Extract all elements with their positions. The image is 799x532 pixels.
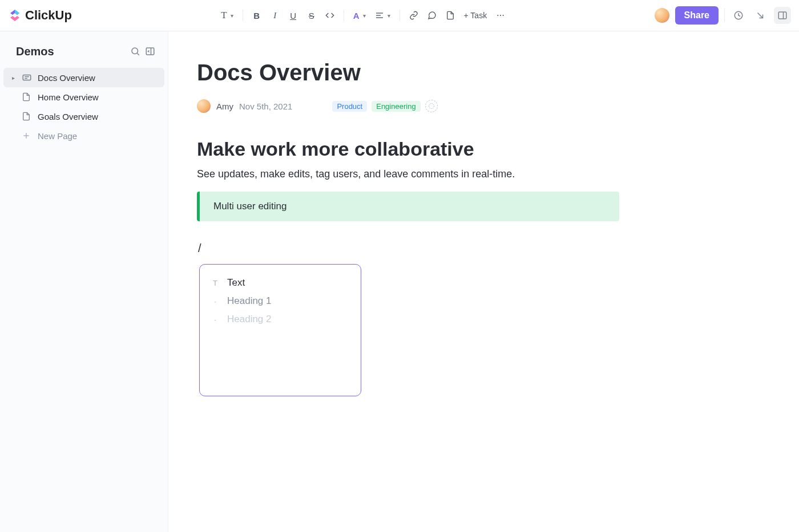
sidebar-item-home-overview[interactable]: Home Overview	[3, 87, 164, 107]
text-color-button[interactable]: A ▾	[350, 7, 369, 23]
toggle-sidebar-button[interactable]	[774, 7, 791, 24]
add-task-button[interactable]: + Task	[461, 7, 491, 23]
clock-icon	[733, 10, 744, 21]
download-icon	[755, 10, 765, 21]
doc-heading[interactable]: Make work more collaborative	[197, 138, 619, 160]
sidebar: Demos ▸ Docs Overview	[0, 31, 168, 532]
plus-icon	[22, 131, 32, 141]
svg-rect-14	[23, 75, 31, 80]
topbar-separator	[724, 9, 725, 22]
collapse-panel-icon	[145, 46, 155, 56]
doc-landscape-icon	[22, 72, 32, 83]
history-button[interactable]	[731, 7, 746, 23]
doc-paragraph[interactable]: See updates, make edits, tag users, and …	[197, 168, 619, 180]
document-main: Docs Overview Amy Nov 5th, 2021 Product …	[168, 31, 799, 532]
sidebar-search-button[interactable]	[128, 44, 143, 59]
bold-button[interactable]: B	[249, 7, 265, 23]
toolbar-separator	[400, 10, 400, 21]
underline-button[interactable]: U	[285, 7, 301, 23]
svg-point-10	[132, 48, 138, 54]
search-icon	[130, 46, 140, 56]
chevron-down-icon: ▾	[363, 13, 366, 19]
slash-menu-label: Heading 2	[227, 314, 272, 325]
brand-name: ClickUp	[25, 8, 72, 23]
svg-point-4	[500, 15, 501, 16]
document-date: Nov 5th, 2021	[239, 101, 292, 111]
document-byline: Amy Nov 5th, 2021 Product Engineering	[197, 99, 619, 113]
chevron-down-icon: ▾	[388, 13, 390, 19]
toolbar-separator	[243, 10, 243, 21]
sidebar-title: Demos	[16, 45, 128, 58]
presence-avatar[interactable]	[655, 8, 669, 23]
svg-line-7	[758, 13, 763, 18]
slash-menu-label: Text	[227, 277, 245, 289]
logo[interactable]: ClickUp	[8, 8, 72, 23]
author-avatar[interactable]	[197, 99, 211, 113]
more-icon	[496, 11, 505, 20]
sidebar-item-label: New Page	[38, 131, 77, 141]
text-type-icon: T	[211, 279, 219, 287]
clickup-logo-icon	[8, 9, 22, 22]
formatting-toolbar: T ▾ B I U S A ▾ ▾	[72, 7, 655, 23]
slash-menu-item-heading-1[interactable]: · Heading 1	[207, 292, 354, 310]
more-button[interactable]	[493, 7, 509, 23]
tag-product[interactable]: Product	[332, 101, 367, 112]
strikethrough-button[interactable]: S	[304, 7, 320, 23]
tag-plus-icon	[428, 103, 435, 109]
link-icon	[409, 11, 418, 20]
topbar: ClickUp T ▾ B I U S A ▾ ▾	[0, 0, 799, 31]
sidebar-list: ▸ Docs Overview Home Overview	[0, 68, 168, 145]
callout-block[interactable]: Multi user editing	[197, 192, 619, 221]
panel-icon	[777, 10, 788, 21]
document-title[interactable]: Docs Overview	[197, 60, 619, 86]
author-name: Amy	[216, 101, 233, 111]
callout-text: Multi user editing	[213, 201, 287, 212]
page-button[interactable]	[442, 7, 458, 23]
align-left-icon	[375, 11, 384, 20]
svg-rect-8	[778, 12, 786, 19]
add-tag-button[interactable]	[425, 100, 438, 112]
doc-icon	[22, 92, 32, 102]
code-button[interactable]	[322, 7, 338, 23]
collapse-sidebar-button[interactable]	[143, 44, 158, 59]
sidebar-item-label: Docs Overview	[38, 73, 95, 83]
svg-point-5	[503, 15, 504, 16]
topbar-right: Share	[655, 6, 791, 25]
comment-button[interactable]	[424, 7, 440, 23]
italic-button[interactable]: I	[267, 7, 283, 23]
download-button[interactable]	[752, 7, 768, 23]
slash-menu-label: Heading 1	[227, 295, 272, 307]
slash-command-text[interactable]: /	[198, 242, 619, 255]
sidebar-new-page[interactable]: New Page	[3, 126, 164, 145]
svg-point-19	[429, 104, 434, 109]
align-button[interactable]: ▾	[372, 7, 394, 23]
slash-menu-item-heading-2[interactable]: · Heading 2	[207, 310, 354, 328]
toolbar-separator	[344, 10, 344, 21]
chevron-down-icon: ▾	[231, 13, 233, 19]
slash-menu-item-text[interactable]: T Text	[207, 274, 354, 292]
sidebar-item-label: Goals Overview	[38, 112, 98, 121]
page-icon	[446, 11, 455, 20]
code-icon	[325, 11, 334, 20]
svg-point-3	[497, 15, 498, 16]
sidebar-item-label: Home Overview	[38, 92, 99, 102]
tag-engineering[interactable]: Engineering	[372, 101, 420, 112]
caret-right-icon: ▸	[10, 75, 16, 81]
doc-icon	[22, 111, 32, 121]
sidebar-item-docs-overview[interactable]: ▸ Docs Overview	[3, 68, 164, 87]
comment-icon	[427, 11, 437, 20]
heading-type-icon: ·	[211, 297, 219, 306]
sidebar-item-goals-overview[interactable]: Goals Overview	[3, 107, 164, 126]
document-tags: Product Engineering	[332, 100, 437, 112]
heading-type-icon: ·	[211, 315, 219, 324]
link-button[interactable]	[406, 7, 422, 23]
block-type-button[interactable]: T ▾	[217, 7, 236, 23]
slash-command-menu: T Text · Heading 1 · Heading 2	[199, 264, 361, 396]
svg-line-11	[137, 53, 139, 55]
share-button[interactable]: Share	[675, 6, 719, 25]
